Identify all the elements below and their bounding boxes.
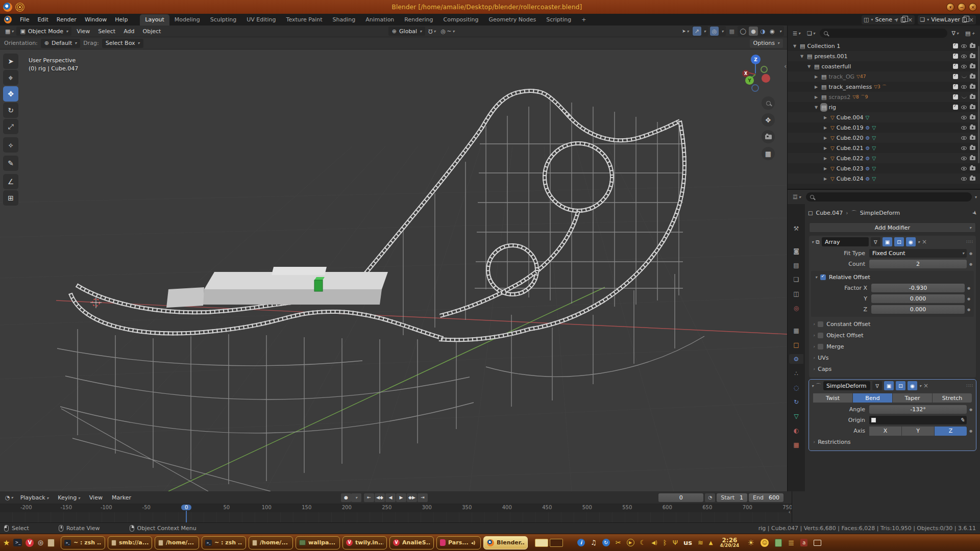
eye-open-icon[interactable] bbox=[961, 177, 967, 181]
delete-modifier-icon[interactable] bbox=[922, 238, 927, 245]
outliner-row[interactable]: ▶ Cube.004 bbox=[788, 112, 980, 122]
factor-y-field[interactable]: 0.000 bbox=[871, 294, 965, 303]
workspace-tab[interactable]: Sculpting bbox=[205, 14, 241, 26]
taskbar-task-button[interactable]: AnalieS... bbox=[389, 536, 434, 549]
render-visibility-icon[interactable] bbox=[970, 105, 975, 109]
z-neg-ball[interactable] bbox=[751, 84, 759, 92]
collapsed-section[interactable]: › Constant Offset bbox=[809, 318, 976, 330]
taskbar-task-button[interactable]: smb://a... bbox=[108, 536, 152, 549]
viewlayer-icon[interactable] bbox=[789, 274, 803, 284]
eye-open-icon[interactable] bbox=[961, 55, 967, 58]
physics-icon[interactable] bbox=[789, 383, 803, 392]
overlays-dropdown[interactable]: ▾ bbox=[719, 27, 725, 36]
deform-mode-tab[interactable]: Bend bbox=[853, 393, 892, 403]
particles-icon[interactable] bbox=[789, 368, 803, 378]
factor-x-field[interactable]: -0.930 bbox=[871, 284, 965, 292]
outliner-scrollbar[interactable] bbox=[978, 46, 979, 163]
count-field[interactable]: 2 bbox=[869, 260, 967, 268]
item-label[interactable]: Cube.024 bbox=[837, 176, 864, 182]
shading-material-button[interactable] bbox=[758, 27, 768, 36]
item-label[interactable]: rig bbox=[828, 104, 836, 111]
extras-dropdown[interactable]: ▾ bbox=[919, 384, 921, 388]
collapsed-section[interactable]: › Merge bbox=[809, 341, 976, 352]
modifiers-icon[interactable] bbox=[789, 354, 803, 364]
editor-type-button[interactable]: ▾ bbox=[3, 27, 15, 36]
workspace-tab[interactable]: UV Editing bbox=[241, 14, 281, 26]
region-collapse-arrow[interactable]: ‹ bbox=[784, 63, 787, 70]
snap-button[interactable]: ▾ bbox=[426, 27, 437, 36]
exclude-checkbox[interactable] bbox=[953, 64, 958, 69]
add-modifier-button[interactable]: Add Modifier▾ bbox=[809, 222, 976, 233]
grid-toggle-button[interactable]: ▦ bbox=[762, 147, 775, 160]
render-visibility-icon[interactable] bbox=[970, 156, 975, 160]
item-label[interactable]: Cube.021 bbox=[837, 145, 864, 152]
expand-arrow-icon[interactable]: ▼ bbox=[806, 64, 812, 69]
timeline-editor-type-button[interactable]: ▾ bbox=[3, 493, 15, 502]
use-preview-range-button[interactable] bbox=[705, 493, 715, 502]
item-label[interactable]: presets.001 bbox=[814, 53, 847, 60]
properties-search-input[interactable] bbox=[806, 192, 972, 202]
drag-handle[interactable]: ∷∷ bbox=[967, 239, 973, 244]
scene-selector[interactable]: ▾ Scene bbox=[862, 15, 915, 24]
workspace-tab[interactable]: Scripting bbox=[541, 14, 576, 26]
axis-button[interactable]: X bbox=[869, 427, 901, 436]
expand-icon[interactable]: › bbox=[813, 440, 815, 444]
deform-mode-tab[interactable]: Stretch bbox=[933, 393, 972, 403]
delete-modifier-icon[interactable] bbox=[923, 382, 928, 389]
window-menu-icon[interactable] bbox=[15, 3, 24, 12]
fit-type-dropdown[interactable]: Fixed Count▾ bbox=[869, 249, 967, 258]
expand-arrow-icon[interactable]: ▼ bbox=[813, 105, 819, 110]
outliner-row[interactable]: ▶ Cube.023 bbox=[788, 163, 980, 173]
collapse-icon[interactable]: ▾ bbox=[815, 275, 817, 280]
expand-icon[interactable]: › bbox=[813, 333, 815, 338]
properties-options-dropdown[interactable]: ▾ bbox=[975, 195, 977, 199]
dictionary-icon[interactable] bbox=[800, 539, 807, 546]
update-icon[interactable] bbox=[602, 539, 610, 546]
render-visibility-icon[interactable] bbox=[970, 166, 975, 170]
jump-to-start-button[interactable]: ⇤ bbox=[364, 493, 374, 502]
expand-arrow-icon[interactable]: ▶ bbox=[822, 166, 828, 171]
modifier-name-field[interactable]: Array bbox=[822, 237, 869, 246]
eye-closed-icon[interactable] bbox=[962, 76, 967, 78]
transform-icon[interactable] bbox=[3, 137, 18, 153]
y-axis-ball[interactable]: Y bbox=[745, 76, 754, 85]
data-icon[interactable] bbox=[789, 411, 803, 421]
unlink-scene-icon[interactable] bbox=[908, 16, 913, 23]
exclude-checkbox[interactable] bbox=[953, 84, 958, 89]
vertex-group-filter-button[interactable] bbox=[871, 237, 880, 246]
emoji-icon[interactable] bbox=[761, 539, 769, 547]
shading-dropdown[interactable]: ▾ bbox=[777, 27, 783, 36]
frame-start-field[interactable]: Start1 bbox=[717, 493, 747, 502]
usb-icon[interactable] bbox=[673, 539, 678, 546]
realtime-display-toggle[interactable]: ⊡ bbox=[894, 237, 904, 246]
menu-star-icon[interactable] bbox=[3, 538, 10, 547]
timeline-menu-item[interactable]: Playback ▾ bbox=[16, 493, 53, 502]
extras-dropdown[interactable]: ▾ bbox=[918, 240, 920, 244]
timeline-menu-item[interactable]: Keying ▾ bbox=[54, 493, 84, 502]
expand-arrow-icon[interactable]: ▼ bbox=[799, 54, 805, 59]
zoom-button[interactable] bbox=[762, 96, 775, 110]
terminal-launcher-icon[interactable] bbox=[13, 539, 22, 546]
deform-mode-tab[interactable]: Twist bbox=[813, 393, 852, 403]
outliner-row[interactable]: ▼ rig bbox=[788, 102, 980, 112]
overlays-toggle[interactable] bbox=[710, 27, 719, 36]
timeline-menu-item[interactable]: Marker bbox=[108, 493, 135, 502]
exclude-checkbox[interactable] bbox=[953, 43, 958, 48]
play-icon[interactable] bbox=[627, 539, 634, 546]
collapsed-section[interactable]: › Object Offset bbox=[809, 330, 976, 341]
section-checkbox[interactable] bbox=[818, 344, 823, 349]
expand-arrow-icon[interactable]: ▶ bbox=[822, 126, 828, 130]
remove-viewlayer-icon[interactable] bbox=[969, 16, 974, 23]
render-visibility-icon[interactable] bbox=[970, 177, 975, 181]
workspace-2-cell[interactable] bbox=[550, 539, 563, 547]
new-scene-icon[interactable] bbox=[901, 17, 905, 22]
keyboard-icon[interactable]: us bbox=[683, 539, 692, 546]
menu-item[interactable]: File bbox=[16, 15, 33, 24]
timeline-ruler[interactable]: -200-150-100-500501001502002503003504004… bbox=[0, 504, 792, 512]
render-display-toggle[interactable]: ◉ bbox=[908, 381, 917, 390]
caret-icon[interactable] bbox=[709, 540, 713, 545]
vertex-group-filter-button[interactable] bbox=[872, 381, 882, 390]
camera-view-button[interactable] bbox=[762, 130, 775, 143]
render-visibility-icon[interactable] bbox=[970, 146, 975, 150]
wifi-icon[interactable] bbox=[698, 539, 703, 546]
